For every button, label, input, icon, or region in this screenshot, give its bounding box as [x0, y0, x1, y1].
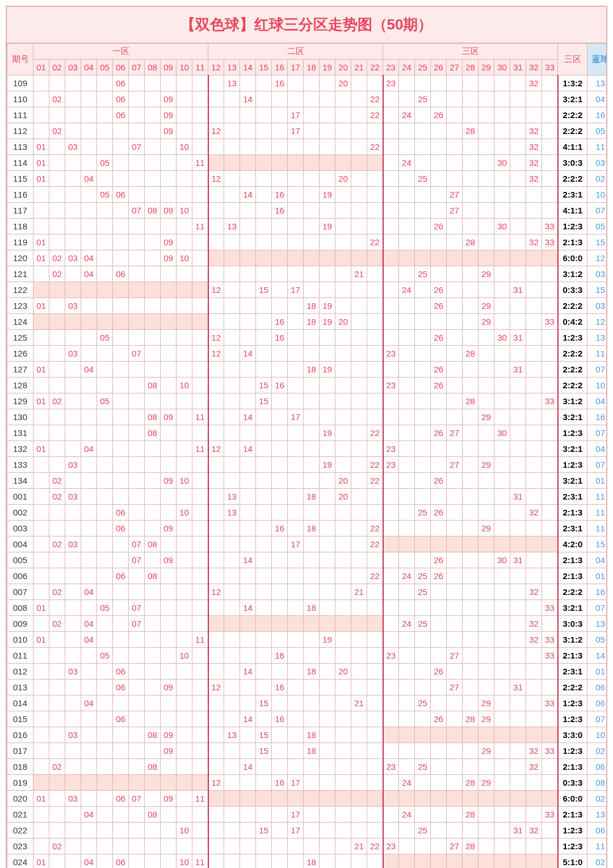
cell-empty: .: [351, 775, 367, 791]
cell-empty: .: [145, 457, 161, 473]
cell-empty: .: [224, 234, 240, 250]
cell-empty: .: [335, 648, 351, 664]
cell-empty: .: [320, 505, 335, 521]
cell-ratio: 3:2:1: [558, 441, 587, 457]
cell-ratio: 3:1:2: [558, 393, 587, 409]
cell-hit: 31: [510, 362, 526, 378]
cell-empty: .: [478, 552, 494, 568]
cell-empty: .: [431, 838, 447, 854]
cell-empty: .: [399, 584, 415, 600]
cell-empty: .: [129, 107, 145, 123]
cell-empty: .: [97, 362, 113, 378]
cell-hit: 27: [447, 457, 463, 473]
cell-hit: 06: [113, 680, 129, 695]
cell-empty: .: [65, 234, 81, 250]
cell-empty: .: [510, 791, 526, 807]
cell-empty: .: [447, 155, 463, 171]
header-col-18: 18: [304, 60, 320, 76]
cell-hit: 24: [399, 568, 415, 584]
table-row: 02001.03..0607.09.11....................…: [7, 791, 608, 807]
cell-empty: .: [81, 139, 97, 155]
cell-empty: .: [542, 711, 558, 727]
cell-empty: .: [272, 91, 288, 107]
cell-empty: .: [81, 219, 97, 234]
cell-empty: .: [65, 521, 81, 536]
cell-empty: .: [113, 378, 129, 393]
cell-empty: .: [145, 632, 161, 648]
cell-hit: 09: [161, 791, 177, 807]
cell-empty: .: [288, 139, 304, 155]
cell-empty: .: [478, 616, 494, 632]
cell-ratio: 2:1:3: [558, 234, 587, 250]
cell-hit: 26: [431, 378, 447, 393]
cell-empty: .: [463, 727, 478, 743]
cell-empty: .: [192, 330, 208, 346]
cell-empty: .: [161, 187, 177, 203]
cell-empty: .: [97, 171, 113, 187]
cell-hit: 32: [526, 171, 542, 187]
header-col-16: 16: [272, 60, 288, 76]
cell-empty: .: [494, 711, 510, 727]
cell-hit: 30: [494, 425, 510, 441]
cell-empty: .: [463, 330, 478, 346]
cell-empty: .: [447, 584, 463, 600]
cell-empty: .: [256, 139, 272, 155]
cell-hit: 23: [383, 648, 399, 664]
cell-empty: .: [367, 282, 383, 298]
cell-empty: .: [97, 314, 113, 330]
header-col-01: 01: [33, 60, 49, 76]
cell-empty: .: [304, 171, 320, 187]
cell-empty: .: [447, 139, 463, 155]
cell-empty: .: [399, 441, 415, 457]
cell-ratio: 5:1:0: [558, 854, 587, 869]
cell-empty: .: [351, 123, 367, 139]
cell-empty: .: [288, 266, 304, 282]
cell-empty: .: [526, 330, 542, 346]
cell-empty: .: [145, 234, 161, 250]
cell-empty: .: [494, 139, 510, 155]
cell-empty: .: [288, 600, 304, 616]
cell-empty: .: [49, 282, 65, 298]
cell-hit: 09: [161, 123, 177, 139]
cell-empty: .: [367, 648, 383, 664]
cell-hit: 17: [288, 123, 304, 139]
cell-empty: .: [33, 457, 49, 473]
cell-ratio: 3:0:3: [558, 616, 587, 632]
cell-hit: 22: [367, 457, 383, 473]
header-col-04: 04: [81, 60, 97, 76]
cell-hit: 25: [415, 695, 431, 711]
cell-empty: .: [33, 584, 49, 600]
cell-empty: .: [415, 521, 431, 536]
cell-empty: .: [256, 664, 272, 680]
cell-empty: .: [81, 425, 97, 441]
cell-empty: .: [399, 743, 415, 759]
cell-empty: .: [335, 680, 351, 695]
cell-empty: .: [510, 695, 526, 711]
cell-empty: .: [304, 791, 320, 807]
cell-empty: .: [81, 505, 97, 521]
cell-empty: .: [288, 743, 304, 759]
cell-empty: .: [272, 393, 288, 409]
cell-hit: 18: [304, 521, 320, 536]
cell-ratio: 3:1:2: [558, 632, 587, 648]
cell-empty: .: [542, 854, 558, 869]
cell-empty: .: [97, 76, 113, 91]
cell-empty: .: [33, 680, 49, 695]
cell-empty: .: [256, 314, 272, 330]
cell-hit: 04: [81, 266, 97, 282]
cell-hit: 29: [478, 711, 494, 727]
cell-blue: 04: [587, 91, 607, 107]
cell-empty: .: [208, 91, 224, 107]
cell-empty: .: [478, 155, 494, 171]
cell-empty: .: [288, 838, 304, 854]
cell-empty: .: [272, 584, 288, 600]
cell-empty: .: [81, 600, 97, 616]
cell-empty: .: [177, 441, 192, 457]
cell-empty: .: [49, 648, 65, 664]
cell-empty: .: [256, 854, 272, 869]
cell-empty: .: [97, 123, 113, 139]
cell-empty: .: [49, 775, 65, 791]
cell-empty: .: [129, 854, 145, 869]
cell-hit: 06: [113, 505, 129, 521]
cell-empty: .: [113, 409, 129, 425]
